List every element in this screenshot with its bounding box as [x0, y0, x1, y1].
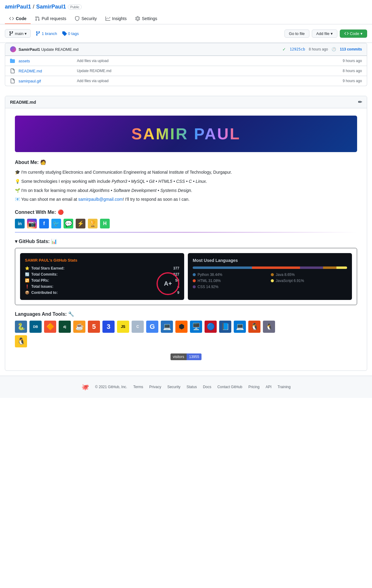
social-divider	[15, 232, 357, 232]
whatsapp-icon[interactable]: 💬	[64, 219, 73, 228]
about-line-3: 🌱 I'm on track for learning more about A…	[15, 187, 357, 194]
add-file-button[interactable]: Add file ▾	[312, 30, 337, 38]
connect-section: Connect With Me: 🔴 in 📷 f 🐦 💬 ⚡ 🏆 H	[15, 209, 357, 232]
tool-java[interactable]: ☕	[73, 321, 85, 333]
footer-copyright: © 2021 GitHub, Inc.	[95, 385, 127, 389]
about-line-4: 📧 You can shoot me an email at samirpaul…	[15, 196, 357, 203]
nav-code-label: Code	[16, 16, 26, 21]
email-link[interactable]: samirpaulb@gmail.com	[78, 197, 122, 202]
instagram-icon[interactable]: 📷	[27, 219, 37, 228]
footer-link-api[interactable]: API	[266, 385, 271, 389]
goto-file-button[interactable]: Go to file	[284, 30, 309, 38]
footer-link-privacy[interactable]: Privacy	[149, 385, 161, 389]
about-line-2: 💡 Some technologies I enjoy working with…	[15, 178, 357, 185]
file-commit-assets: Add files via upload	[77, 59, 339, 63]
tool-idea[interactable]: 🔵	[205, 321, 217, 333]
trophy-icon[interactable]: 🏆	[88, 219, 98, 228]
tool-windows[interactable]: 💻	[234, 321, 246, 333]
about-title: About Me: 🧑	[15, 159, 357, 165]
file-name-readme: README.md	[19, 69, 73, 73]
file-time-readme: 8 hours ago	[343, 69, 362, 73]
tool-firebase[interactable]: ⬢	[175, 321, 188, 333]
tool-c[interactable]: C	[132, 321, 144, 333]
commit-info: SamirPaul1 Update README.md	[19, 47, 280, 52]
file-row: assets Add files via upload 9 hours ago	[5, 56, 367, 66]
branch-selector[interactable]: main ▾	[5, 29, 31, 38]
lang-card-title: Most Used Languages	[193, 258, 347, 263]
footer-link-training[interactable]: Training	[277, 385, 291, 389]
stats-title[interactable]: ▾ GitHub Stats: 📊	[15, 238, 357, 244]
twitter-icon[interactable]: 🐦	[51, 219, 61, 228]
tool-git[interactable]: 🔶	[44, 321, 56, 333]
footer-link-docs[interactable]: Docs	[203, 385, 211, 389]
nav-item-security[interactable]: Security	[71, 14, 101, 24]
lang-css: CSS 14.92%	[193, 285, 269, 289]
branch-count-link[interactable]: 1 branch	[36, 31, 57, 36]
tool-pycharm[interactable]: 📘	[219, 321, 231, 333]
hackerrank-icon[interactable]: H	[100, 219, 110, 228]
codechef-icon[interactable]: ⚡	[76, 219, 85, 228]
footer-link-contact[interactable]: Contact GitHub	[217, 385, 242, 389]
commit-sha-link[interactable]: 12925cb	[290, 47, 305, 51]
branch-chevron-icon: ▾	[25, 31, 27, 36]
code-button[interactable]: Code ▾	[340, 30, 367, 38]
tool-html5[interactable]: 5	[88, 321, 100, 333]
commit-author[interactable]: SamirPaul1	[19, 47, 40, 52]
java-dot	[271, 273, 274, 276]
commit-time: 8 hours ago	[309, 47, 328, 51]
tool-linux2[interactable]: 🐧	[263, 321, 275, 333]
nav-item-code[interactable]: Code	[5, 14, 31, 24]
readme-filename: README.md	[10, 100, 36, 105]
linkedin-icon[interactable]: in	[15, 219, 25, 228]
file-time-gif: 9 hours ago	[343, 79, 362, 83]
file-name-gif: samirpaul.gif	[19, 79, 73, 83]
css-dot	[193, 285, 196, 288]
code-button-label: Code	[350, 31, 359, 36]
repo-owner-link[interactable]: amirPaul1	[5, 4, 31, 10]
tool-vscode[interactable]: 🖥️	[190, 321, 202, 333]
edit-icon[interactable]: ✏	[358, 99, 362, 105]
readme-body: SAMIR PAUL About Me: 🧑 🎓 I'm currently s…	[5, 108, 367, 371]
clock-icon: 🕐	[332, 47, 336, 51]
nav-item-settings[interactable]: Settings	[131, 14, 162, 24]
tool-css3[interactable]: 3	[102, 321, 115, 333]
footer-link-security[interactable]: Security	[167, 385, 180, 389]
file-name-assets: assets	[19, 59, 73, 63]
tool-django[interactable]: dj	[59, 321, 71, 333]
badge-label: visitors	[170, 353, 187, 360]
nav-item-pull-requests[interactable]: Pull requests	[31, 14, 71, 24]
connect-title: Connect With Me: 🔴	[15, 209, 357, 215]
about-section: About Me: 🧑 🎓 I'm currently studying Ele…	[15, 159, 357, 203]
footer-link-terms[interactable]: Terms	[133, 385, 143, 389]
tool-powershell[interactable]: 💻	[161, 321, 173, 333]
tool-python[interactable]: 🐍	[15, 321, 27, 333]
commits-count-link[interactable]: 113 commits	[340, 47, 362, 51]
lang-python: Python 38.44%	[193, 273, 269, 277]
html-bar	[252, 266, 300, 269]
lang-javascript: JavaScript 6.91%	[271, 279, 347, 283]
tool-g[interactable]: G	[146, 321, 158, 333]
footer-link-status[interactable]: Status	[187, 385, 197, 389]
file-time-assets: 9 hours ago	[343, 59, 362, 63]
grade-circle: A+	[157, 272, 179, 295]
badge-count: 13955	[187, 353, 201, 360]
commit-message-text: Update README.md	[41, 47, 78, 52]
readme-section: README.md ✏ SAMIR PAUL About Me: 🧑 🎓 I'm…	[0, 86, 372, 376]
tool-ubuntu[interactable]: 🐧	[248, 321, 260, 333]
commit-header: SamirPaul1 Update README.md ✓ 12925cb 8 …	[5, 43, 367, 56]
visibility-badge: Public	[68, 5, 82, 9]
facebook-icon[interactable]: f	[39, 219, 49, 228]
tool-mysql[interactable]: DB	[29, 321, 42, 333]
branch-count-label: 1 branch	[42, 31, 57, 36]
github-logo: 🐙	[81, 383, 89, 391]
code-chevron-icon: ▾	[360, 31, 363, 36]
tag-count-link[interactable]: 0 tags	[62, 31, 79, 36]
repo-name-link[interactable]: SamirPaul1	[36, 4, 66, 10]
tool-linux[interactable]: 🐧	[15, 335, 27, 347]
about-line-1: 🎓 I'm currently studying Electronics and…	[15, 169, 357, 176]
css-bar	[300, 266, 323, 269]
tool-javascript[interactable]: JS	[117, 321, 129, 333]
nav-item-insights[interactable]: Insights	[101, 14, 131, 24]
visitors-badge-container: visitors 13955	[15, 353, 357, 360]
footer-link-pricing[interactable]: Pricing	[248, 385, 260, 389]
